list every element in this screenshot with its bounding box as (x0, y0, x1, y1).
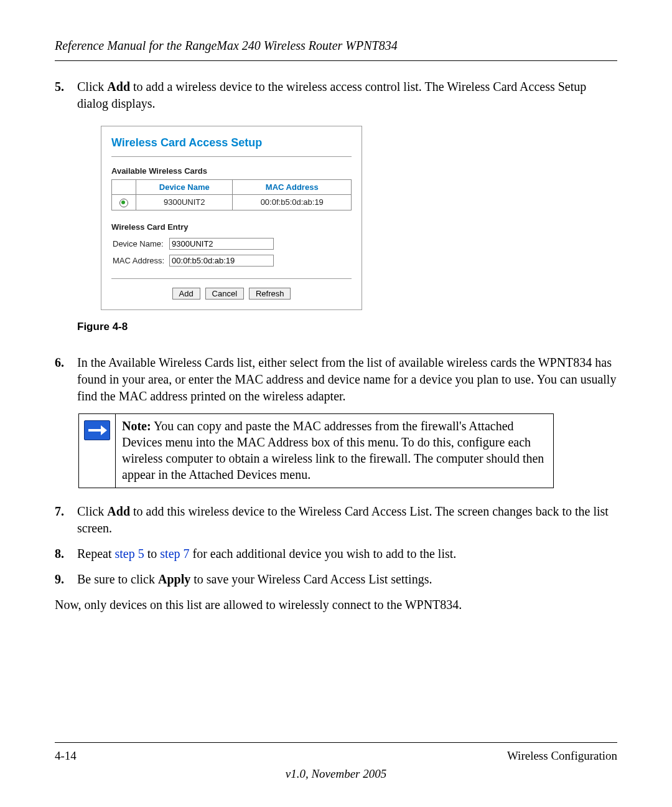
arrow-right-icon (84, 420, 110, 440)
apply-bold: Apply (158, 572, 190, 586)
note-icon-cell (79, 414, 116, 488)
running-header: Reference Manual for the RangeMax 240 Wi… (55, 37, 617, 54)
instruction-list: 5. Click Add to add a wireless device to… (55, 78, 617, 405)
header-rule (55, 60, 617, 61)
mac-address-input[interactable] (169, 255, 274, 267)
instruction-list-continued: 7. Click Add to add this wireless device… (55, 503, 617, 588)
step-number: 8. (55, 545, 77, 562)
entry-form: Device Name: MAC Address: (111, 235, 279, 270)
refresh-button[interactable]: Refresh (249, 288, 291, 300)
step-7: 7. Click Add to add this wireless device… (55, 503, 617, 537)
row-radio-cell[interactable] (112, 195, 136, 210)
cancel-button[interactable]: Cancel (205, 288, 244, 300)
step-8: 8. Repeat step 5 to step 7 for each addi… (55, 545, 617, 562)
step-text: Be sure to click Apply to save your Wire… (77, 571, 617, 588)
row-mac-address: 00:0f:b5:0d:ab:19 (233, 195, 352, 210)
available-cards-table: Device Name MAC Address 9300UNIT2 00:0f:… (111, 179, 352, 210)
doc-version: v1.0, November 2005 (55, 766, 617, 782)
step-text: Repeat step 5 to step 7 for each additio… (77, 545, 617, 562)
note-label: Note: (122, 419, 151, 433)
step7-link[interactable]: step 7 (160, 547, 189, 560)
available-cards-label: Available Wireless Cards (111, 166, 352, 177)
mac-address-label: MAC Address: (113, 253, 168, 268)
step-text: In the Available Wireless Cards list, ei… (77, 354, 617, 405)
step-number: 7. (55, 503, 77, 537)
figure-caption: Figure 4-8 (77, 320, 617, 334)
add-bold: Add (107, 80, 130, 93)
step-number: 9. (55, 571, 77, 588)
dialog-separator-2 (111, 278, 352, 279)
col-mac-address: MAC Address (233, 179, 352, 195)
wireless-card-access-dialog: Wireless Card Access Setup Available Wir… (101, 126, 362, 310)
step5-link[interactable]: step 5 (115, 547, 144, 560)
wireless-card-entry-label: Wireless Card Entry (111, 222, 352, 233)
section-title: Wireless Configuration (507, 748, 617, 764)
add-bold: Add (107, 504, 130, 518)
col-device-name: Device Name (136, 179, 233, 195)
step-text: Click Add to add a wireless device to th… (77, 78, 617, 346)
table-row: 9300UNIT2 00:0f:b5:0d:ab:19 (112, 195, 352, 210)
step-text: Click Add to add this wireless device to… (77, 503, 617, 537)
device-name-label: Device Name: (113, 236, 168, 252)
dialog-separator (111, 156, 352, 157)
step-number: 5. (55, 78, 77, 346)
page: Reference Manual for the RangeMax 240 Wi… (0, 0, 672, 807)
note-body: Note: You can copy and paste the MAC add… (116, 414, 553, 488)
step-5: 5. Click Add to add a wireless device to… (55, 78, 617, 346)
closing-paragraph: Now, only devices on this list are allow… (55, 597, 617, 613)
footer-rule (55, 742, 617, 743)
device-name-input[interactable] (169, 238, 274, 250)
dialog-title: Wireless Card Access Setup (111, 135, 352, 150)
row-device-name: 9300UNIT2 (136, 195, 233, 210)
dialog-button-row: Add Cancel Refresh (111, 288, 352, 300)
note-text: You can copy and paste the MAC addresses… (122, 419, 544, 481)
page-footer: 4-14 Wireless Configuration v1.0, Novemb… (55, 742, 617, 782)
step-9: 9. Be sure to click Apply to save your W… (55, 571, 617, 588)
page-number: 4-14 (55, 748, 77, 764)
step-6: 6. In the Available Wireless Cards list,… (55, 354, 617, 405)
col-select (112, 179, 136, 195)
step-number: 6. (55, 354, 77, 405)
note-box: Note: You can copy and paste the MAC add… (78, 413, 554, 488)
add-button[interactable]: Add (172, 288, 200, 300)
radio-selected-icon (119, 199, 128, 207)
